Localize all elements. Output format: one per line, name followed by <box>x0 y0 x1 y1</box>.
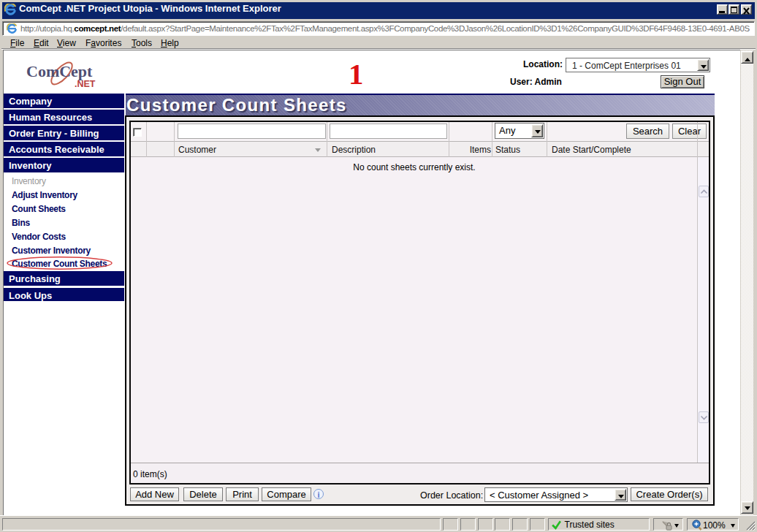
svg-text:ComCept: ComCept <box>26 62 93 80</box>
svg-text:.NET: .NET <box>75 79 96 89</box>
